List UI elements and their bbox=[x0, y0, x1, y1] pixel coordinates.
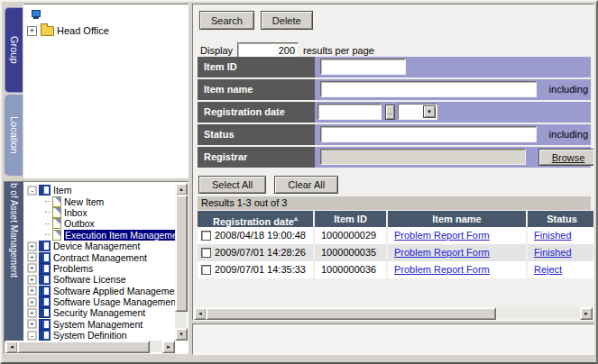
tree-item-problems[interactable]: + Problems bbox=[23, 263, 175, 274]
scroll-up-button[interactable]: ▲ bbox=[175, 183, 188, 196]
item-id-cell: 1000000035 bbox=[315, 244, 386, 261]
book-icon bbox=[39, 319, 51, 330]
tree-item-security-management[interactable]: + Security Management bbox=[23, 307, 175, 318]
tree-item-outbox[interactable]: Outbox bbox=[23, 218, 175, 229]
book-icon bbox=[39, 307, 51, 318]
date-condition-select[interactable]: ▼ bbox=[398, 104, 437, 120]
tree-item-inbox[interactable]: Inbox bbox=[23, 207, 175, 218]
status-link[interactable]: Reject bbox=[534, 261, 562, 278]
scroll-right-button[interactable]: ► bbox=[162, 341, 175, 353]
item-name-link[interactable]: Problem Report Form bbox=[394, 261, 490, 278]
registration-date-label: Registration date bbox=[198, 102, 315, 123]
expander-minus-icon[interactable]: - bbox=[28, 331, 37, 340]
horizontal-scrollbar[interactable]: ◄ ► bbox=[5, 341, 175, 352]
tree-item-system-management[interactable]: + System Management bbox=[23, 319, 175, 330]
vertical-tab-strip: Group Location bbox=[4, 4, 23, 178]
scroll-left-button[interactable]: ◄ bbox=[5, 341, 18, 353]
row-checkbox[interactable] bbox=[201, 265, 211, 275]
page-icon bbox=[52, 230, 61, 241]
form-row-registrar: Registrar Browse bbox=[198, 147, 591, 168]
tree-item-label: System Definition bbox=[53, 330, 127, 341]
horizontal-scrollbar[interactable]: ◄ ► bbox=[194, 307, 593, 319]
tree-item-label: Outbox bbox=[64, 218, 95, 229]
column-header-label: Registration date bbox=[213, 216, 294, 227]
status-input[interactable] bbox=[320, 126, 537, 142]
tab-location[interactable]: Location bbox=[5, 95, 23, 176]
tree-connector bbox=[45, 223, 51, 224]
horizontal-scroll-thumb[interactable] bbox=[17, 341, 150, 353]
expander-plus-icon[interactable]: + bbox=[28, 253, 37, 262]
book-icon bbox=[39, 185, 51, 196]
scroll-right-button[interactable]: ► bbox=[580, 307, 593, 320]
tree-item-label: Device Management bbox=[53, 241, 140, 251]
root-node-icon[interactable] bbox=[30, 9, 41, 21]
clear-all-button[interactable]: Clear All bbox=[274, 176, 338, 194]
tree-item-software-usage-management[interactable]: + Software Usage Management bbox=[23, 296, 175, 307]
form-row-item-name: Item name including bbox=[198, 79, 591, 100]
expander-plus-icon[interactable]: + bbox=[27, 26, 37, 36]
expander-plus-icon[interactable]: + bbox=[28, 287, 37, 296]
tree-connector bbox=[45, 201, 51, 202]
tree-item-item[interactable]: - Item bbox=[23, 185, 175, 196]
tree-item-head-office[interactable]: + Head Office bbox=[27, 25, 188, 36]
tree-item-label: Problems bbox=[53, 263, 93, 274]
table-row: 2009/07/01 14:28:26 1000000035 Problem R… bbox=[198, 244, 591, 261]
vertical-scrollbar[interactable]: ▲ ▼ bbox=[175, 183, 187, 341]
status-link[interactable]: Finished bbox=[534, 227, 572, 244]
expander-plus-icon[interactable]: + bbox=[28, 297, 37, 306]
select-all-button[interactable]: Select All bbox=[198, 176, 266, 194]
item-name-input[interactable] bbox=[320, 81, 537, 97]
item-name-including-label: including bbox=[549, 84, 588, 95]
tree-item-label: Head Office bbox=[57, 25, 109, 36]
browse-button-label: Browse bbox=[552, 152, 585, 163]
tree-item-software-applied-management[interactable]: + Software Applied Management bbox=[23, 286, 175, 296]
book-icon bbox=[39, 241, 51, 251]
expander-plus-icon[interactable]: + bbox=[28, 275, 37, 284]
display-label: Display bbox=[200, 45, 233, 56]
scroll-down-button[interactable]: ▼ bbox=[175, 328, 188, 341]
expander-plus-icon[interactable]: + bbox=[28, 264, 37, 273]
tree-item-contract-management[interactable]: + Contract Management bbox=[23, 251, 175, 262]
column-header-item-name[interactable]: Item name bbox=[388, 211, 526, 227]
delete-button[interactable]: Delete bbox=[261, 11, 313, 30]
tree-connector bbox=[45, 212, 51, 213]
tab-group[interactable]: Group bbox=[5, 7, 23, 93]
tree-item-software-license[interactable]: + Software License bbox=[23, 274, 175, 285]
table-row: 2009/07/01 14:35:33 1000000036 Problem R… bbox=[198, 261, 591, 278]
book-icon bbox=[39, 252, 51, 263]
scroll-left-button[interactable]: ◄ bbox=[194, 307, 207, 320]
item-id-cell: 1000000036 bbox=[315, 261, 386, 278]
row-checkbox[interactable] bbox=[201, 248, 211, 258]
column-header-status[interactable]: Status bbox=[528, 211, 594, 227]
expander-plus-icon[interactable]: + bbox=[28, 309, 37, 318]
item-id-input[interactable] bbox=[320, 59, 406, 75]
column-header-registration-date[interactable]: Registration date▵ bbox=[198, 211, 313, 227]
tree-item-system-definition[interactable]: - System Definition bbox=[23, 330, 175, 341]
date-picker-button[interactable]: .. bbox=[385, 105, 395, 120]
vertical-scroll-thumb[interactable] bbox=[175, 195, 188, 312]
expander-plus-icon[interactable]: + bbox=[28, 241, 37, 250]
tree-item-label: Security Management bbox=[53, 307, 145, 318]
tree-item-device-management[interactable]: + Device Management bbox=[23, 241, 175, 251]
item-name-link[interactable]: Problem Report Form bbox=[394, 227, 490, 244]
tree-item-new-item[interactable]: New Item bbox=[23, 196, 175, 206]
status-link[interactable]: Finished bbox=[534, 244, 572, 261]
registration-date-cell: 2008/04/18 19:00:48 bbox=[215, 227, 306, 244]
horizontal-scroll-thumb[interactable] bbox=[206, 307, 496, 320]
expander-plus-icon[interactable]: + bbox=[28, 320, 37, 329]
page-icon bbox=[52, 218, 61, 229]
results-table: Registration date▵ Item ID Item name Sta… bbox=[198, 211, 591, 278]
tree-item-label-selected: Execution Item Management bbox=[64, 230, 175, 241]
bottom-message-panel bbox=[192, 323, 594, 355]
tree-item-execution-item-management[interactable]: Execution Item Management bbox=[23, 230, 175, 241]
expander-minus-icon[interactable]: - bbox=[28, 186, 37, 195]
dropdown-arrow-icon[interactable]: ▼ bbox=[423, 105, 436, 118]
browse-button[interactable]: Browse bbox=[538, 149, 594, 166]
group-location-panel: Group Location + Head Office bbox=[4, 4, 189, 178]
registration-date-input[interactable] bbox=[317, 104, 382, 120]
row-checkbox[interactable] bbox=[201, 231, 211, 241]
search-button[interactable]: Search bbox=[199, 11, 254, 30]
item-name-link[interactable]: Problem Report Form bbox=[394, 244, 490, 261]
column-header-item-id[interactable]: Item ID bbox=[315, 211, 386, 227]
tree-item-label: Software Usage Management bbox=[53, 296, 175, 307]
